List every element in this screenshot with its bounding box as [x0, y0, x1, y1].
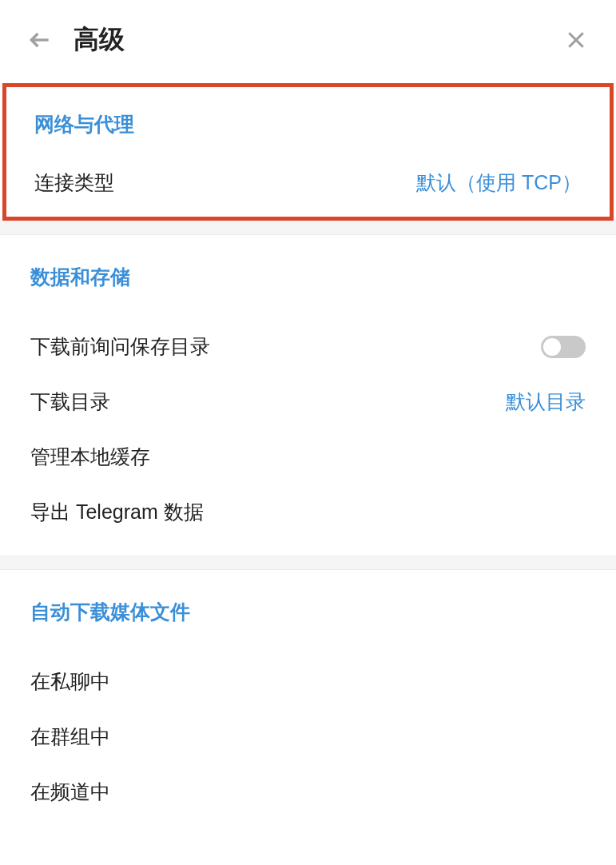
section-title-network: 网络与代理 — [34, 111, 582, 138]
export-telegram-data-label: 导出 Telegram 数据 — [30, 499, 204, 525]
row-in-private-chats[interactable]: 在私聊中 — [30, 654, 586, 709]
row-export-telegram-data[interactable]: 导出 Telegram 数据 — [30, 484, 586, 540]
page-header: 高级 — [0, 0, 616, 80]
section-title-data-storage: 数据和存储 — [30, 264, 586, 290]
ask-before-download-toggle[interactable] — [541, 336, 586, 358]
connection-type-label: 连接类型 — [34, 169, 114, 196]
close-button[interactable] — [562, 26, 590, 54]
manage-cache-label: 管理本地缓存 — [30, 444, 150, 470]
row-ask-before-download[interactable]: 下载前询问保存目录 — [30, 319, 586, 374]
in-private-chats-label: 在私聊中 — [30, 668, 110, 695]
arrow-left-icon — [27, 27, 53, 53]
section-auto-download: 自动下载媒体文件 在私聊中 在群组中 在频道中 — [0, 570, 616, 835]
section-title-auto-download: 自动下载媒体文件 — [30, 599, 586, 625]
back-button[interactable] — [26, 26, 54, 54]
section-divider — [0, 556, 616, 570]
ask-before-download-label: 下载前询问保存目录 — [30, 333, 210, 360]
close-icon — [564, 28, 588, 52]
in-channels-label: 在频道中 — [30, 779, 110, 805]
section-data-storage: 数据和存储 下载前询问保存目录 下载目录 默认目录 管理本地缓存 导出 Tele… — [0, 235, 616, 556]
in-groups-label: 在群组中 — [30, 723, 110, 750]
row-download-directory[interactable]: 下载目录 默认目录 — [30, 374, 586, 429]
section-network-proxy: 网络与代理 连接类型 默认（使用 TCP） — [6, 87, 610, 217]
download-directory-value: 默认目录 — [506, 389, 586, 415]
row-in-channels[interactable]: 在频道中 — [30, 764, 586, 819]
connection-type-value: 默认（使用 TCP） — [416, 169, 582, 196]
section-divider — [0, 221, 616, 235]
page-title: 高级 — [74, 22, 562, 58]
download-directory-label: 下载目录 — [30, 389, 110, 415]
network-proxy-highlight: 网络与代理 连接类型 默认（使用 TCP） — [2, 83, 614, 221]
row-connection-type[interactable]: 连接类型 默认（使用 TCP） — [34, 161, 582, 196]
row-in-groups[interactable]: 在群组中 — [30, 709, 586, 764]
row-manage-cache[interactable]: 管理本地缓存 — [30, 429, 586, 484]
